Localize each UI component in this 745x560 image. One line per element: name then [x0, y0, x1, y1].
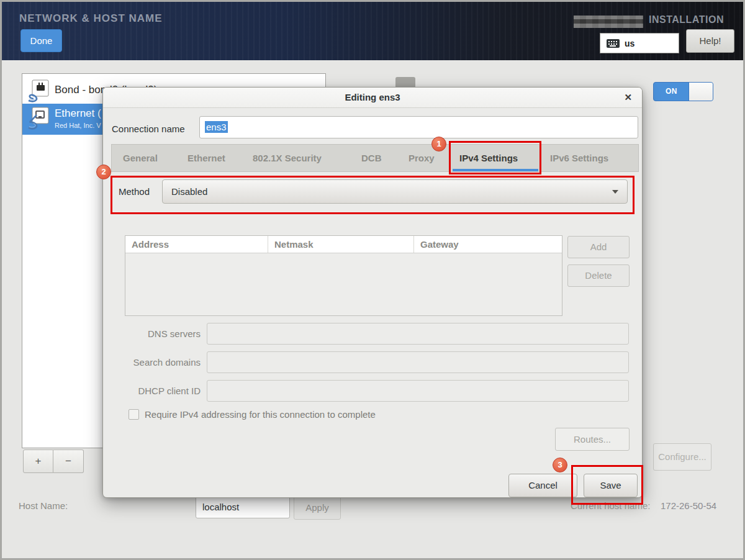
- dns-servers-label: DNS servers: [103, 323, 201, 345]
- keyboard-icon: [606, 38, 620, 48]
- keyboard-layout-label: us: [625, 38, 634, 48]
- tab-ipv6-settings[interactable]: IPv6 Settings: [550, 145, 608, 171]
- selected-text: ens3: [205, 121, 228, 133]
- settings-tab-bar: General Ethernet 802.1X Security DCB Pro…: [111, 144, 639, 172]
- cancel-button[interactable]: Cancel: [508, 474, 577, 497]
- tab-ethernet[interactable]: Ethernet: [187, 145, 225, 171]
- routes-button[interactable]: Routes...: [555, 428, 630, 451]
- toggle-knob[interactable]: [689, 83, 713, 101]
- add-connection-button[interactable]: +: [23, 449, 53, 473]
- annotation-box-ipv4-tab: [449, 141, 541, 174]
- ethernet-device-icon: [27, 106, 52, 131]
- address-table: Address Netmask Gateway: [125, 235, 562, 316]
- search-domains-label: Search domains: [103, 351, 201, 373]
- editing-connection-dialog: Editing ens3 ✕ Connection name ens3 Gene…: [102, 87, 643, 498]
- require-ipv4-checkbox[interactable]: [129, 409, 139, 420]
- toggle-on-label: ON: [654, 83, 689, 101]
- dialog-titlebar[interactable]: Editing ens3 ✕: [103, 88, 642, 108]
- hidden-device-icon-fragment: [395, 77, 415, 87]
- require-ipv4-label: Require IPv4 addressing for this connect…: [145, 409, 376, 420]
- annotation-box-save: [571, 465, 643, 505]
- annotation-box-method: [111, 176, 634, 214]
- delete-address-button[interactable]: Delete: [567, 264, 630, 287]
- remove-connection-button[interactable]: −: [53, 449, 84, 473]
- annotation-badge-2: 2: [96, 165, 111, 179]
- connection-name-input[interactable]: ens3: [199, 116, 638, 138]
- redacted-product-name: [574, 16, 643, 28]
- done-button[interactable]: Done: [20, 29, 62, 52]
- connection-subtitle: Red Hat, Inc. V: [55, 122, 101, 129]
- dhcp-client-id-field[interactable]: [207, 380, 629, 402]
- page-title: NETWORK & HOST NAME: [19, 12, 163, 25]
- column-netmask[interactable]: Netmask: [268, 236, 414, 253]
- dialog-title: Editing ens3: [103, 88, 642, 107]
- hostname-label: Host Name:: [19, 500, 68, 511]
- column-gateway[interactable]: Gateway: [414, 236, 562, 253]
- connection-title: Ethernet (: [55, 107, 101, 120]
- installation-label: INSTALLATION: [649, 14, 724, 25]
- network-host-name-screen: NETWORK & HOST NAME Done INSTALLATION us…: [0, 0, 745, 560]
- installer-header: NETWORK & HOST NAME Done INSTALLATION us…: [2, 2, 743, 60]
- keyboard-layout-indicator[interactable]: us: [600, 33, 679, 53]
- column-address[interactable]: Address: [125, 236, 268, 253]
- tab-general[interactable]: General: [123, 145, 158, 171]
- bond-device-icon: [27, 79, 52, 104]
- hostname-input[interactable]: [196, 495, 290, 518]
- tab-proxy[interactable]: Proxy: [409, 145, 435, 171]
- configure-button[interactable]: Configure...: [653, 443, 711, 471]
- tab-8021x-security[interactable]: 802.1X Security: [253, 145, 322, 171]
- dns-servers-field[interactable]: [207, 323, 629, 345]
- annotation-badge-3: 3: [553, 458, 567, 472]
- network-on-off-toggle[interactable]: ON: [653, 82, 713, 101]
- address-table-header: Address Netmask Gateway: [125, 236, 562, 253]
- connection-list-toolbar: + −: [23, 449, 84, 473]
- tab-dcb[interactable]: DCB: [361, 145, 382, 171]
- annotation-badge-1: 1: [431, 137, 446, 151]
- dhcp-client-id-label: DHCP client ID: [103, 380, 201, 402]
- search-domains-field[interactable]: [207, 351, 629, 373]
- connection-name-label: Connection name: [112, 118, 185, 140]
- add-address-button[interactable]: Add: [567, 236, 630, 258]
- current-hostname-value: 172-26-50-54: [661, 500, 716, 511]
- apply-button[interactable]: Apply: [294, 496, 341, 520]
- help-button[interactable]: Help!: [686, 29, 734, 53]
- close-icon[interactable]: ✕: [624, 88, 632, 107]
